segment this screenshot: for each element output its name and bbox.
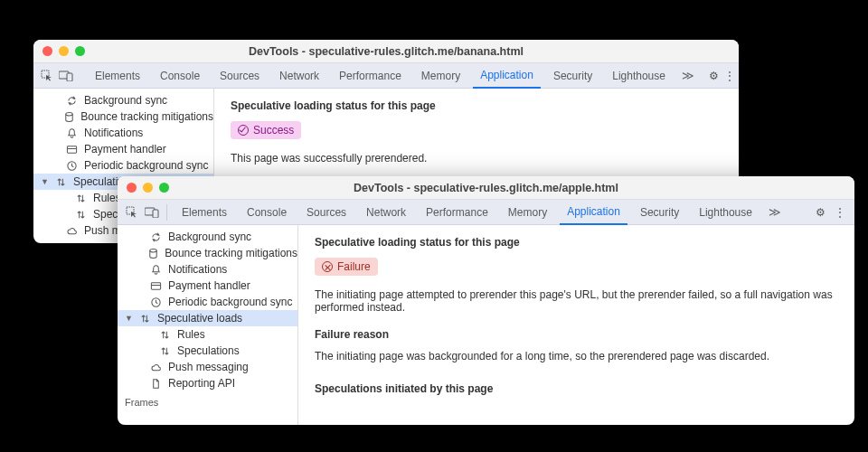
- inspect-icon[interactable]: [125, 205, 139, 220]
- sidebar-item-label: Speculative loads: [157, 312, 242, 325]
- caret-icon: ▼: [41, 177, 50, 186]
- tab-console[interactable]: Console: [240, 200, 294, 224]
- sidebar-item-notifications[interactable]: Notifications: [33, 125, 213, 141]
- svg-rect-2: [67, 73, 72, 81]
- main-panel: Speculative loading status for this page…: [298, 225, 854, 425]
- sidebar-item-bounce-tracking-mitigations[interactable]: Bounce tracking mitigations: [118, 245, 297, 261]
- tab-network[interactable]: Network: [359, 200, 413, 224]
- clock-icon: [150, 297, 163, 308]
- tab-elements[interactable]: Elements: [175, 200, 234, 224]
- sidebar-item-rules[interactable]: Rules: [118, 326, 297, 343]
- sidebar-item-label: Payment handler: [168, 279, 250, 292]
- sidebar-item-bounce-tracking-mitigations[interactable]: Bounce tracking mitigations: [33, 108, 213, 125]
- sidebar-item-payment-handler[interactable]: Payment handler: [118, 278, 297, 294]
- tab-console[interactable]: Console: [153, 63, 207, 88]
- sidebar-item-periodic-background-sync[interactable]: Periodic background sync: [33, 157, 213, 174]
- tab-sources[interactable]: Sources: [212, 63, 267, 88]
- clock-icon: [66, 160, 79, 172]
- status-message: The initiating page attempted to prerend…: [315, 288, 838, 314]
- tab-memory[interactable]: Memory: [501, 200, 554, 224]
- inspect-icon[interactable]: [41, 69, 53, 83]
- kebab-menu-icon[interactable]: ⋮: [724, 69, 735, 83]
- sidebar-item-label: Background sync: [84, 94, 167, 107]
- tab-memory[interactable]: Memory: [414, 63, 467, 88]
- sidebar-item-label: Periodic background sync: [168, 296, 292, 308]
- status-label: Success: [253, 124, 294, 137]
- db-icon: [63, 111, 75, 123]
- tab-elements[interactable]: Elements: [88, 63, 147, 88]
- sidebar-item-label: Bounce tracking mitigations: [80, 110, 213, 123]
- close-button[interactable]: [42, 46, 52, 56]
- minimize-button[interactable]: [59, 46, 69, 56]
- status-heading: Speculative loading status for this page: [315, 236, 838, 249]
- doc-icon: [150, 378, 163, 390]
- sync-icon: [66, 95, 79, 107]
- close-button[interactable]: [127, 183, 137, 193]
- minimize-button[interactable]: [143, 183, 153, 193]
- sidebar-item-label: Bounce tracking mitigations: [165, 247, 297, 259]
- settings-icon[interactable]: ⚙: [813, 205, 827, 220]
- device-toggle-icon[interactable]: [145, 205, 159, 220]
- sidebar-item-label: Speculations: [177, 344, 240, 357]
- tab-security[interactable]: Security: [633, 200, 686, 224]
- sidebar-item-periodic-background-sync[interactable]: Periodic background sync: [118, 294, 297, 310]
- svg-rect-11: [151, 282, 160, 288]
- more-tabs-icon[interactable]: ≫: [678, 69, 698, 82]
- sidebar-item-background-sync[interactable]: Background sync: [33, 92, 213, 108]
- status-label: Failure: [337, 260, 371, 273]
- tab-performance[interactable]: Performance: [332, 63, 409, 88]
- devtools-tab-bar: Elements Console Sources Network Perform…: [33, 63, 739, 89]
- sidebar-section: Frames: [118, 397, 297, 408]
- tab-application[interactable]: Application: [473, 64, 541, 89]
- sidebar-item-background-sync[interactable]: Background sync: [118, 229, 297, 245]
- devtools-window-apple: DevTools - speculative-rules.glitch.me/a…: [118, 176, 854, 425]
- arrows-icon: [159, 329, 172, 341]
- sidebar-item-label: Reporting API: [168, 377, 235, 390]
- status-heading: Speculative loading status for this page: [231, 99, 722, 112]
- settings-icon[interactable]: ⚙: [709, 69, 719, 83]
- arrows-icon: [55, 176, 68, 188]
- sidebar-item-payment-handler[interactable]: Payment handler: [33, 141, 213, 157]
- tab-network[interactable]: Network: [272, 63, 326, 88]
- card-icon: [150, 280, 163, 292]
- sidebar-item-label: Background sync: [168, 231, 251, 243]
- sidebar-item-label: Push messaging: [168, 361, 249, 373]
- more-tabs-icon[interactable]: ≫: [765, 205, 785, 219]
- tab-lighthouse[interactable]: Lighthouse: [692, 200, 760, 224]
- tab-performance[interactable]: Performance: [419, 200, 495, 224]
- tab-lighthouse[interactable]: Lighthouse: [605, 63, 673, 88]
- titlebar: DevTools - speculative-rules.glitch.me/a…: [118, 176, 854, 200]
- tab-application[interactable]: Application: [560, 201, 627, 225]
- svg-rect-9: [153, 210, 158, 218]
- cloud-icon: [150, 362, 163, 373]
- window-title: DevTools - speculative-rules.glitch.me/b…: [33, 45, 739, 58]
- reason-heading: Failure reason: [315, 328, 838, 341]
- zoom-button[interactable]: [159, 183, 169, 193]
- card-icon: [66, 144, 79, 155]
- initiated-heading: Speculations initiated by this page: [315, 382, 838, 395]
- status-badge-failure: Failure: [315, 258, 378, 276]
- tab-security[interactable]: Security: [546, 63, 599, 88]
- sidebar-item-speculative-loads[interactable]: ▼Speculative loads: [118, 310, 297, 326]
- sidebar-item-label: Notifications: [84, 127, 143, 139]
- sidebar-item-notifications[interactable]: Notifications: [118, 261, 297, 278]
- sidebar-item-label: Periodic background sync: [84, 159, 208, 172]
- titlebar: DevTools - speculative-rules.glitch.me/b…: [33, 40, 739, 63]
- tab-sources[interactable]: Sources: [299, 200, 354, 224]
- svg-rect-4: [67, 146, 76, 152]
- status-message: This page was successfully prerendered.: [231, 152, 722, 165]
- cloud-icon: [66, 225, 79, 237]
- devtools-tab-bar: Elements Console Sources Network Perform…: [118, 200, 854, 225]
- arrows-icon: [75, 193, 88, 204]
- window-title: DevTools - speculative-rules.glitch.me/a…: [118, 182, 854, 194]
- sidebar-item-reporting-api[interactable]: Reporting API: [118, 375, 297, 391]
- sidebar-item-speculations[interactable]: Speculations: [118, 343, 297, 359]
- x-circle-icon: [322, 261, 333, 272]
- sidebar: Background syncBounce tracking mitigatio…: [118, 225, 298, 425]
- arrows-icon: [75, 209, 88, 221]
- device-toggle-icon[interactable]: [59, 69, 73, 83]
- zoom-button[interactable]: [75, 46, 85, 56]
- sidebar-item-label: Notifications: [168, 263, 227, 276]
- sidebar-item-push-messaging[interactable]: Push messaging: [118, 359, 297, 375]
- kebab-menu-icon[interactable]: ⋮: [833, 205, 847, 220]
